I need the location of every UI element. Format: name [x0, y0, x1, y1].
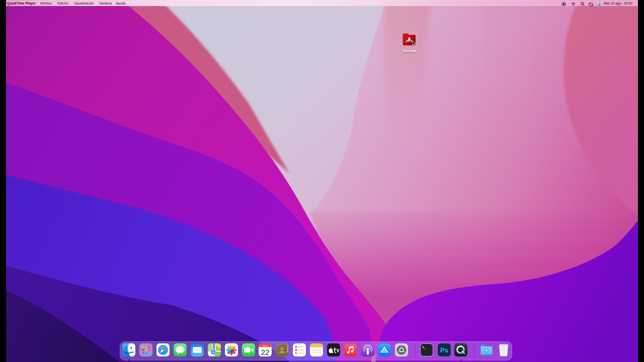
svg-text:Ps: Ps — [440, 346, 448, 354]
svg-text:AGO.: AGO. — [263, 344, 268, 347]
svg-text:22: 22 — [261, 348, 270, 356]
svg-text:>_: >_ — [422, 345, 426, 349]
